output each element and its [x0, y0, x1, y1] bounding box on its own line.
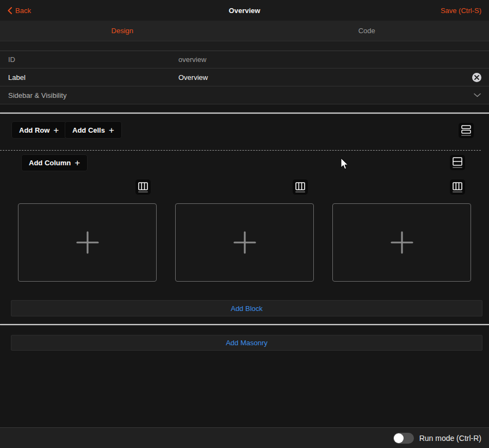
add-masonry-button[interactable]: Add Masonry [11, 335, 482, 351]
add-row-label: Add Row [19, 126, 49, 134]
save-button[interactable]: Save (Ctrl-S) [441, 7, 481, 15]
empty-cell-placeholder-1[interactable] [18, 203, 157, 282]
plus-icon [75, 230, 100, 255]
plus-icon: + [75, 158, 80, 167]
row-layout-button[interactable] [459, 123, 474, 138]
box-three-columns-icon [295, 182, 305, 190]
properties-form: ID overview Label Overview Sidebar & Vis… [0, 41, 489, 104]
empty-cell-placeholder-2[interactable] [175, 203, 314, 282]
column-settings-button-1[interactable] [135, 179, 151, 195]
run-mode-toggle[interactable] [393, 433, 414, 444]
back-label: Back [15, 7, 31, 15]
id-value: overview [178, 55, 206, 64]
add-cells-button[interactable]: Add Cells + [65, 122, 121, 138]
box-two-rows-icon [453, 157, 462, 166]
app-window: Back Overview Save (Ctrl-S) Design Code … [0, 0, 489, 448]
toggle-knob [394, 433, 404, 443]
icon-underline [138, 191, 148, 192]
box-three-columns-icon [138, 182, 148, 190]
tab-bar: Design Code [0, 21, 489, 41]
add-column-label: Add Column [29, 159, 71, 167]
icon-underline [461, 135, 471, 136]
empty-cell-placeholder-3[interactable] [332, 203, 471, 282]
section-divider [0, 113, 489, 114]
field-label: ID [8, 55, 15, 64]
tab-code[interactable]: Code [245, 21, 489, 41]
section-label: Sidebar & Visibility [8, 91, 66, 99]
chevron-left-icon [8, 7, 12, 14]
section-divider [0, 324, 489, 325]
plus-icon [389, 230, 414, 255]
stacked-rows-icon [461, 125, 471, 134]
column-settings-button-3[interactable] [450, 179, 465, 195]
plus-icon: + [109, 126, 114, 135]
add-block-button[interactable]: Add Block [11, 300, 482, 316]
chevron-down-icon[interactable] [474, 93, 481, 97]
field-label: Label [8, 73, 26, 82]
back-button[interactable]: Back [8, 7, 31, 15]
row-boundary [0, 150, 481, 151]
bottom-bar: Run mode (Ctrl-R) [0, 427, 489, 448]
form-row-label: Label Overview [0, 69, 489, 86]
run-mode-label: Run mode (Ctrl-R) [419, 434, 481, 443]
box-three-columns-icon [453, 182, 462, 190]
top-bar: Back Overview Save (Ctrl-S) [0, 0, 489, 21]
icon-underline [453, 167, 462, 168]
add-row-button[interactable]: Add Row + [12, 122, 66, 138]
plus-icon: + [53, 126, 59, 135]
add-cells-label: Add Cells [72, 126, 105, 134]
column-settings-button-2[interactable] [293, 179, 308, 195]
page-title: Overview [0, 7, 489, 15]
icon-underline [295, 191, 305, 192]
label-input[interactable]: Overview [178, 73, 208, 82]
mouse-cursor [341, 158, 349, 172]
split-rows-button[interactable] [450, 155, 465, 170]
clear-icon[interactable] [472, 73, 481, 82]
form-row-sidebar-visibility[interactable]: Sidebar & Visibility [0, 86, 489, 104]
add-column-button[interactable]: Add Column + [22, 155, 87, 171]
icon-underline [453, 191, 462, 192]
form-row-id: ID overview [0, 51, 489, 69]
tab-design[interactable]: Design [0, 21, 245, 41]
plus-icon [232, 230, 257, 255]
